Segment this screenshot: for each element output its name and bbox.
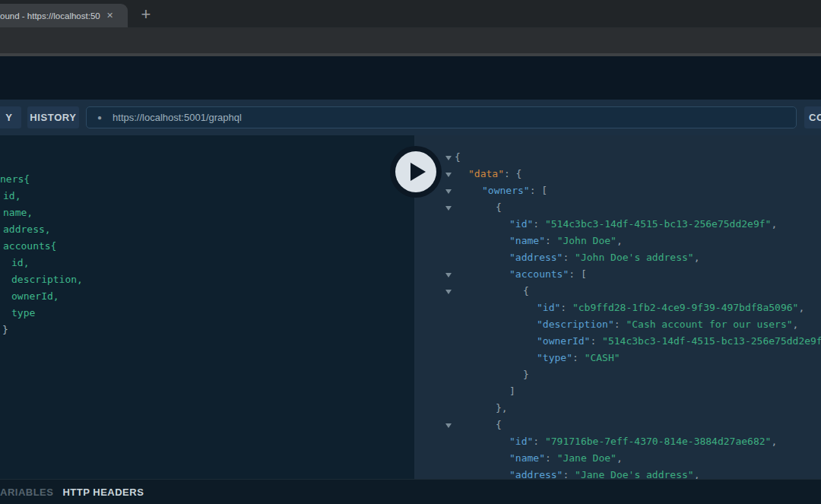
json-token: { [496,419,502,430]
json-token: "name" [509,452,545,464]
json-token: "owners" [482,185,530,196]
query-line: type [11,305,35,322]
json-token: { [496,201,502,213]
endpoint-url-input[interactable]: ● https://localhost:5001/graphql [86,106,797,128]
endpoint-status-dot-icon: ● [97,113,102,122]
browser-url-bar: https://localhost :5001/ui/playground ☆ [0,27,821,53]
json-token: : [614,319,626,330]
collapse-triangle-icon[interactable] [445,273,452,277]
json-token: , [694,252,700,263]
result-line: "data": { [414,166,821,182]
result-line: "id": "cb9ffd28-1fb2-4ce9-9f39-497bdf8a5… [414,300,821,316]
json-token: : [563,469,575,479]
json-token: : [533,436,545,447]
json-token: "John Doe's address" [575,252,694,263]
json-token: "id" [509,436,533,447]
execute-button[interactable] [390,146,442,198]
collapse-triangle-icon[interactable] [445,189,452,194]
execute-button-face [395,151,436,192]
json-token: "data" [468,168,504,179]
browser-tab-title: ound - https://localhost:50 [0,11,103,21]
json-token: "cb9ffd28-1fb2-4ce9-9f39-497bdf8a5096" [572,302,798,313]
result-line: "id": "514c3bc3-14df-4515-bc13-256e75dd2… [414,216,821,233]
result-line: { [414,149,821,166]
json-token: "514c3bc3-14df-4515-bc13-256e75dd2e9f" [602,335,821,347]
query-line: id, [11,255,29,271]
query-line: description, [11,271,83,288]
browser-tab[interactable]: ound - https://localhost:50 ✕ [0,4,128,27]
json-token: , [771,218,777,230]
result-line: { [414,417,821,433]
tab-close-icon[interactable]: ✕ [106,11,113,20]
json-token: "Jane Doe's address" [575,469,694,479]
result-line: "owners": [ [414,182,821,199]
json-token: : { [504,168,521,179]
prettify-button[interactable]: Y [0,106,21,128]
query-line: ownerId, [11,288,59,305]
result-line: } [414,366,821,383]
result-line: { [414,199,821,216]
json-token: "description" [537,319,614,330]
collapse-triangle-icon[interactable] [445,206,452,211]
json-token: "name" [509,235,545,246]
json-token: , [771,436,777,447]
copy-curl-button-label: CO [809,112,821,123]
prettify-button-label: Y [5,112,12,123]
history-button-label: HISTORY [30,112,76,123]
json-token: : [560,302,572,313]
playground-tab-bar: s ✕ + [0,56,821,100]
result-line: "name": "John Doe", [414,233,821,249]
json-token: "John Doe" [557,235,617,246]
json-token: { [523,285,529,296]
json-token: "address" [509,469,563,479]
bottom-bar: ARIABLES HTTP HEADERS [0,479,821,504]
json-token: : [ [530,185,547,196]
json-token: , [694,469,700,479]
query-line: name, [3,204,33,221]
browser-tab-strip: ound - https://localhost:50 ✕ + [0,0,821,27]
json-token: : [ [569,268,586,280]
query-editor[interactable]: ners{id,name,address,accounts{id,descrip… [0,135,414,479]
json-token: : [533,218,545,230]
json-token: , [617,452,623,464]
query-line: address, [3,221,51,238]
json-token: "CASH" [585,352,620,363]
json-token: : [590,335,602,347]
json-token: "Cash account for our users" [626,319,792,330]
json-token: : [545,452,557,464]
history-button[interactable]: HISTORY [27,106,79,128]
query-line: accounts{ [3,238,56,255]
endpoint-url-text: https://localhost:5001/graphql [113,112,242,123]
result-line: "description": "Cash account for our use… [414,316,821,333]
result-line: "name": "Jane Doe", [414,450,821,467]
query-line: } [2,322,8,338]
json-token: "ownerId" [537,335,590,347]
json-token: { [455,151,461,163]
result-line: }, [414,400,821,417]
result-line: ] [414,383,821,400]
results-viewer: {"data": {"owners": [{"id": "514c3bc3-14… [414,135,821,479]
json-token: "id" [509,218,533,230]
json-token: "type" [537,352,572,363]
collapse-triangle-icon[interactable] [445,156,452,160]
json-token: "accounts" [509,268,569,280]
json-token: , [798,302,804,313]
play-icon [410,163,426,181]
copy-curl-button[interactable]: CO [804,106,821,128]
json-token: : [563,252,575,263]
json-token: "address" [509,252,563,263]
json-token: , [617,235,623,246]
json-token: "791716be-7eff-4370-814e-3884d27ae682" [545,436,771,447]
json-token: ] [509,385,515,397]
result-line: "type": "CASH" [414,350,821,366]
result-line: "id": "791716be-7eff-4370-814e-3884d27ae… [414,433,821,450]
result-line: "ownerId": "514c3bc3-14df-4515-bc13-256e… [414,333,821,350]
query-variables-tab[interactable]: ARIABLES [0,487,53,498]
collapse-triangle-icon[interactable] [445,423,452,428]
new-tab-button[interactable]: + [135,5,157,26]
collapse-triangle-icon[interactable] [445,290,452,294]
collapse-triangle-icon[interactable] [445,173,452,177]
json-token: : [545,235,557,246]
http-headers-tab[interactable]: HTTP HEADERS [62,487,144,498]
json-token: "514c3bc3-14df-4515-bc13-256e75dd2e9f" [545,218,771,230]
